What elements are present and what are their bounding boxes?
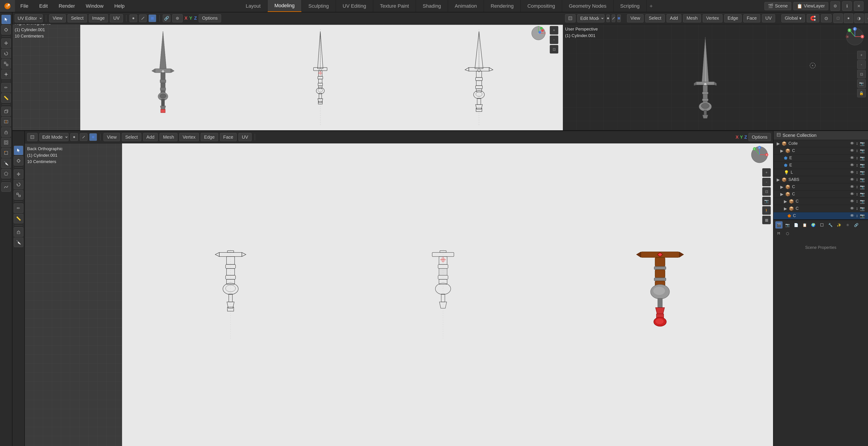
ren-icon-10[interactable]: 📷: [860, 206, 865, 211]
ren-icon-7[interactable]: 📷: [860, 184, 865, 190]
vis-icon-8[interactable]: 👁: [850, 192, 854, 197]
bottom-edge-mode-btn[interactable]: [80, 133, 88, 141]
bottom-face-mode-btn[interactable]: [89, 133, 97, 141]
tab-compositing[interactable]: Compositing: [521, 0, 562, 12]
rendered-mode-button[interactable]: ◉: [865, 13, 868, 23]
tab-geometry-nodes[interactable]: Geometry Nodes: [562, 0, 614, 12]
vis-icon-4[interactable]: 👁: [850, 163, 854, 168]
uv-menu-button[interactable]: UV: [110, 14, 123, 22]
bottom-edge-menu[interactable]: Edge: [201, 133, 218, 141]
tab-scripting[interactable]: Scripting: [614, 0, 647, 12]
ren-icon-5[interactable]: 📷: [860, 170, 865, 175]
settings-button[interactable]: ⚙: [831, 1, 840, 11]
annotate-tool-button[interactable]: ✏: [1, 83, 11, 92]
bottom-select-menu[interactable]: Select: [122, 133, 141, 141]
outliner-item-e1[interactable]: ⬟ E 👁 ↕ 📷: [774, 155, 868, 162]
bottom-nav-gizmo[interactable]: X Y Z: [750, 146, 769, 164]
bottom-annotate-tool[interactable]: ✏: [14, 203, 23, 213]
ren-icon-1[interactable]: 📷: [860, 141, 865, 146]
vis-icon-10[interactable]: 👁: [850, 206, 854, 211]
sel-icon-7[interactable]: ↕: [856, 184, 858, 190]
data-props-icon[interactable]: [775, 230, 782, 237]
bottom-move-tool[interactable]: [14, 169, 23, 179]
help-menu[interactable]: Help: [109, 0, 130, 12]
options-button-uv[interactable]: Options: [199, 14, 221, 22]
bottom-select-tool[interactable]: [14, 146, 23, 155]
polypen-button[interactable]: [1, 169, 11, 178]
bevel-button[interactable]: [1, 148, 11, 158]
edit-menu[interactable]: Edit: [34, 0, 53, 12]
cursor-tool-button[interactable]: [1, 25, 11, 35]
bottom-uv-menu[interactable]: UV: [239, 133, 252, 141]
constraints-props-icon[interactable]: 🔗: [852, 221, 860, 229]
file-menu[interactable]: File: [15, 0, 34, 12]
vis-icon-6[interactable]: 👁: [850, 177, 854, 182]
measure-tool-button[interactable]: 📏: [1, 93, 11, 103]
3d-mesh-menu[interactable]: Mesh: [683, 14, 701, 22]
outliner-item-c1[interactable]: ▶ 📦 C 👁 ↕ 📷: [774, 147, 868, 155]
bottom-mode-selector[interactable]: Edit Mode: [39, 133, 68, 141]
tab-modeling[interactable]: Modeling: [268, 0, 302, 12]
tab-animation[interactable]: Animation: [448, 0, 484, 12]
knife-button[interactable]: 🔪: [1, 159, 11, 168]
wireframe-mode-button[interactable]: □: [833, 13, 843, 23]
image-menu-button[interactable]: Image: [89, 14, 108, 22]
bottom-rotate-tool[interactable]: [14, 180, 23, 189]
inset-button[interactable]: [1, 138, 11, 147]
transform-tool-button[interactable]: [1, 70, 11, 79]
3d-viewport-top[interactable]: Edit Mode View Select Add Mesh: [563, 12, 868, 130]
3d-vertex-mode[interactable]: [606, 14, 610, 22]
move-tool-button[interactable]: [1, 38, 11, 48]
ren-icon-9[interactable]: 📷: [860, 199, 865, 204]
3d-mode-selector[interactable]: Edit Mode: [577, 14, 604, 22]
3d-zoom-fit-button[interactable]: ⊡: [857, 70, 866, 78]
bottom-camera-view[interactable]: 📷: [762, 197, 771, 205]
bottom-knife-tool[interactable]: 🔪: [14, 238, 23, 247]
info-button[interactable]: ℹ: [842, 1, 852, 11]
bottom-add-menu[interactable]: Add: [143, 133, 158, 141]
bottom-face-menu[interactable]: Face: [220, 133, 237, 141]
sel-icon-2[interactable]: ↕: [856, 148, 858, 153]
app-logo[interactable]: [0, 0, 15, 12]
bottom-editor-type[interactable]: [27, 133, 37, 141]
material-props-icon[interactable]: ⬡: [784, 230, 791, 237]
ren-icon-11[interactable]: 📷: [860, 213, 865, 218]
sel-icon-4[interactable]: ↕: [856, 163, 858, 168]
edge-mode-button[interactable]: [139, 14, 147, 22]
sel-icon-11[interactable]: ↕: [856, 213, 858, 218]
zoom-fit-button[interactable]: ⊡: [550, 45, 558, 54]
render-props-icon[interactable]: 📷: [784, 221, 791, 229]
outliner-item-c3[interactable]: ▶ 📦 C 👁 ↕ 📷: [774, 191, 868, 198]
vis-icon-2[interactable]: 👁: [850, 148, 854, 153]
particles-props-icon[interactable]: ✨: [835, 221, 843, 229]
3d-editor-type[interactable]: [565, 14, 576, 22]
sync-button[interactable]: 🔗: [163, 14, 170, 22]
zoom-out-button[interactable]: -: [550, 35, 558, 44]
outliner-item-sabs[interactable]: ▶ 📦 SABS 👁 ↕ 📷: [774, 176, 868, 183]
select-tool-button[interactable]: [1, 15, 11, 24]
3d-view-menu[interactable]: View: [627, 14, 644, 22]
bottom-zoom-in[interactable]: +: [762, 168, 771, 177]
bottom-grid-toggle[interactable]: ▦: [762, 216, 771, 224]
outliner-item-c-active[interactable]: ⬟ C 👁 ↕ 📷: [774, 212, 868, 219]
transform-pivot[interactable]: [172, 14, 183, 22]
3d-face-mode[interactable]: [617, 14, 621, 22]
bottom-vertex-mode-btn[interactable]: [70, 133, 78, 141]
bottom-measure-tool[interactable]: 📏: [14, 214, 23, 224]
rotate-tool-button[interactable]: [1, 49, 11, 58]
window-menu[interactable]: Window: [81, 0, 109, 12]
world-props-icon[interactable]: 🌍: [810, 221, 817, 229]
tab-shading[interactable]: Shading: [416, 0, 448, 12]
sel-icon-9[interactable]: ↕: [856, 199, 858, 204]
3d-global-selector[interactable]: Global ▾: [781, 14, 805, 22]
sel-icon-3[interactable]: ↕: [856, 156, 858, 161]
vis-icon-5[interactable]: 👁: [850, 170, 854, 175]
close-button[interactable]: ✕: [854, 1, 864, 11]
ren-icon-6[interactable]: 📷: [860, 177, 865, 182]
bottom-extrude-tool[interactable]: [14, 227, 23, 237]
bottom-view-menu[interactable]: View: [103, 133, 120, 141]
select-menu-button[interactable]: Select: [68, 14, 87, 22]
view-layer-props-icon[interactable]: 📋: [801, 221, 808, 229]
3d-zoom-out-button[interactable]: -: [857, 60, 866, 69]
view-menu-button[interactable]: View: [49, 14, 66, 22]
